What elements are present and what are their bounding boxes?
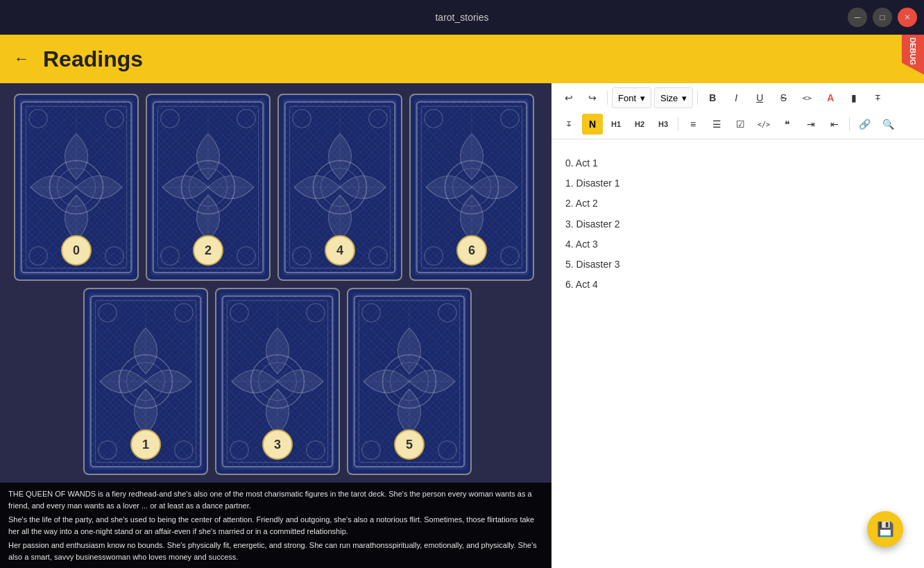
card-2[interactable]: 2 — [146, 94, 271, 281]
svg-point-37 — [453, 169, 491, 207]
svg-point-63 — [307, 441, 325, 459]
card-tooltip: THE QUEEN OF WANDS is a fiery redhead-an… — [0, 483, 551, 568]
svg-point-29 — [293, 247, 311, 265]
debug-badge: DEBUG — [902, 35, 924, 75]
toolbar-row1: ↩ ↪ Font ▾ Size ▾ B I U S <> A ▮ T — [558, 87, 917, 108]
blockquote-button[interactable]: ❝ — [777, 114, 798, 135]
clear-format-button[interactable]: T̶ — [867, 87, 888, 108]
svg-point-72 — [438, 304, 456, 322]
back-button[interactable]: ← — [14, 50, 29, 68]
link-button[interactable]: 🔗 — [854, 114, 875, 135]
toolbar-sep-4 — [849, 117, 850, 131]
toolbar-sep-2 — [697, 91, 698, 105]
redo-button[interactable]: ↪ — [582, 87, 603, 108]
svg-point-61 — [307, 304, 325, 322]
normal-button[interactable]: N — [582, 114, 603, 135]
app-title: tarot_stories — [435, 12, 488, 23]
svg-point-17 — [237, 110, 255, 128]
italic-button[interactable]: I — [726, 87, 746, 108]
font-arrow: ▾ — [640, 93, 645, 103]
bold-button[interactable]: B — [702, 87, 723, 108]
svg-point-4 — [58, 169, 96, 207]
svg-point-5 — [29, 110, 47, 128]
save-icon: 💾 — [877, 521, 894, 537]
ordered-list-button[interactable]: ≡ — [683, 114, 703, 135]
card-number-2: 2 — [193, 235, 223, 266]
code-block-button[interactable]: </> — [753, 114, 774, 135]
cards-top-row: 0 — [14, 94, 538, 281]
svg-point-16 — [161, 110, 179, 128]
font-dropdown[interactable]: Font ▾ — [612, 87, 651, 108]
undo-button[interactable]: ↩ — [558, 87, 579, 108]
clear-format-button2[interactable]: T — [558, 114, 579, 135]
card-6[interactable]: 6 — [409, 94, 534, 281]
svg-point-25 — [314, 161, 367, 214]
size-dropdown[interactable]: Size ▾ — [654, 87, 693, 108]
tooltip-line1: THE QUEEN OF WANDS is a fiery redhead-an… — [8, 488, 543, 511]
search-button[interactable]: 🔍 — [878, 114, 898, 135]
code-inline-button[interactable]: <> — [796, 87, 817, 108]
close-button[interactable]: ✕ — [898, 8, 917, 27]
svg-point-30 — [369, 247, 387, 265]
svg-point-50 — [175, 304, 193, 322]
cards-panel: 0 — [0, 83, 551, 568]
card-0[interactable]: 0 — [14, 94, 139, 281]
highlight-button[interactable]: ▮ — [844, 87, 864, 108]
unordered-list-button[interactable]: ☰ — [706, 114, 727, 135]
h2-button[interactable]: H2 — [629, 114, 650, 135]
card-1[interactable]: 1 — [83, 288, 208, 475]
svg-point-36 — [445, 161, 499, 214]
h1-button[interactable]: H1 — [606, 114, 626, 135]
outline-item-0: 0. Act 1 — [565, 153, 910, 173]
svg-point-39 — [501, 110, 519, 128]
svg-point-3 — [50, 161, 103, 214]
outline-item-5: 5. Disaster 3 — [565, 255, 910, 275]
page-title: Readings — [43, 46, 143, 72]
outline-item-6: 6. Act 4 — [565, 275, 910, 295]
card-back-3: 3 — [216, 289, 339, 474]
window-controls: ─ □ ✕ — [848, 0, 917, 35]
svg-point-48 — [127, 363, 165, 401]
svg-point-7 — [29, 247, 47, 265]
svg-point-59 — [259, 363, 297, 401]
size-label: Size — [660, 93, 678, 103]
toolbar-sep-3 — [678, 117, 678, 131]
card-5[interactable]: 5 — [347, 288, 472, 475]
font-label: Font — [618, 93, 636, 103]
toolbar-sep-1 — [607, 91, 608, 105]
app-header: ← Readings DEBUG — [0, 35, 924, 83]
save-fab-button[interactable]: 💾 — [867, 511, 903, 547]
indent-increase-button[interactable]: ⇥ — [801, 114, 821, 135]
svg-point-28 — [369, 110, 387, 128]
card-number-5: 5 — [394, 429, 425, 460]
underline-button[interactable]: U — [749, 87, 770, 108]
main-content: 0 — [0, 83, 924, 568]
strikethrough-button[interactable]: S — [773, 87, 794, 108]
svg-point-51 — [99, 441, 117, 459]
card-number-3: 3 — [262, 429, 293, 460]
svg-point-52 — [175, 441, 193, 459]
card-number-0: 0 — [61, 235, 92, 266]
svg-point-47 — [119, 355, 173, 408]
toolbar-row2: T N H1 H2 H3 ≡ ☰ ☑ </> ❝ ⇥ ⇤ 🔗 🔍 — [558, 114, 917, 135]
tooltip-line2: She's the life of the party, and she's u… — [8, 514, 543, 537]
title-bar: tarot_stories ─ □ ✕ — [0, 0, 924, 35]
card-number-1: 1 — [130, 429, 161, 460]
maximize-button[interactable]: □ — [873, 8, 892, 27]
svg-point-15 — [189, 169, 228, 207]
indent-decrease-button[interactable]: ⇤ — [824, 114, 845, 135]
svg-point-69 — [383, 355, 436, 408]
svg-point-38 — [425, 110, 443, 128]
card-number-4: 4 — [325, 235, 355, 266]
task-list-button[interactable]: ☑ — [730, 114, 751, 135]
svg-point-70 — [391, 363, 429, 401]
card-back-4: 4 — [279, 95, 401, 279]
minimize-button[interactable]: ─ — [848, 8, 867, 27]
svg-point-19 — [237, 247, 255, 265]
text-color-button[interactable]: A — [820, 87, 841, 108]
card-3[interactable]: 3 — [215, 288, 340, 475]
card-back-6: 6 — [411, 95, 533, 279]
h3-button[interactable]: H3 — [653, 114, 674, 135]
editor-content[interactable]: 0. Act 1 1. Disaster 1 2. Act 2 3. Disas… — [551, 139, 924, 568]
card-4[interactable]: 4 — [277, 94, 402, 281]
